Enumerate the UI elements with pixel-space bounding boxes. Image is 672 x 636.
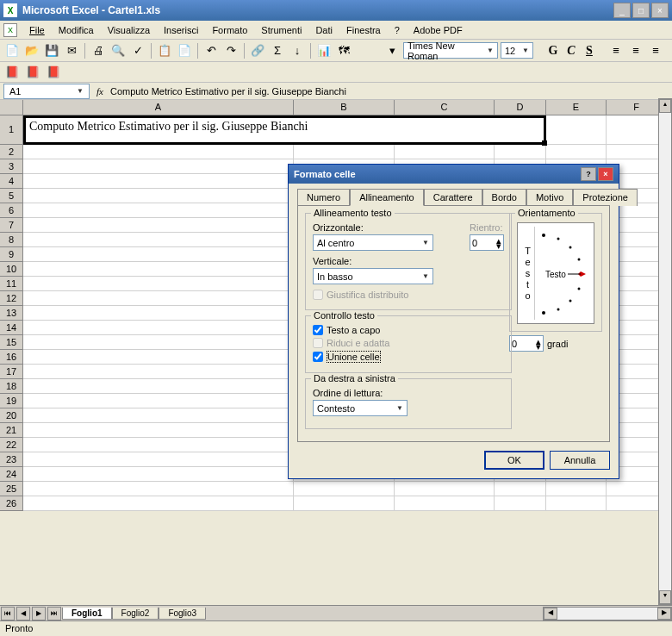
row-25[interactable]: 25 — [0, 482, 23, 496]
row-17[interactable]: 17 — [0, 365, 23, 379]
row-18[interactable]: 18 — [0, 379, 23, 394]
sort-icon[interactable]: ↓ — [289, 42, 306, 59]
tab-pattern[interactable]: Motivo — [526, 189, 573, 206]
row-21[interactable]: 21 — [0, 423, 23, 438]
preview-icon[interactable]: 🔍 — [109, 42, 127, 59]
pdf-review-icon[interactable]: 📕 — [45, 64, 62, 81]
tab-alignment[interactable]: Allineamento — [350, 189, 424, 206]
horiz-combo[interactable]: Al centro▼ — [313, 234, 433, 251]
menu-adobe[interactable]: Adobe PDF — [407, 23, 470, 37]
minimize-button[interactable]: _ — [613, 3, 631, 18]
menu-format[interactable]: Formato — [205, 23, 254, 37]
fx-icon[interactable]: fx — [96, 86, 103, 97]
degrees-spinner[interactable]: 0▴▾ — [509, 335, 544, 352]
row-1[interactable]: 1 — [0, 115, 23, 145]
scroll-right-icon[interactable]: ▶ — [657, 608, 671, 620]
mail-icon[interactable]: ✉ — [63, 42, 80, 59]
menu-insert[interactable]: Inserisci — [157, 23, 205, 37]
sheet-tab-3[interactable]: Foglio3 — [159, 608, 206, 620]
scroll-down-icon[interactable]: ▾ — [659, 590, 671, 604]
print-icon[interactable]: 🖨 — [90, 42, 107, 59]
align-left-icon[interactable]: ≡ — [607, 42, 625, 59]
cancel-button[interactable]: Annulla — [550, 451, 610, 470]
close-button[interactable]: × — [651, 3, 669, 18]
row-9[interactable]: 9 — [0, 247, 23, 262]
dialog-close-button[interactable]: × — [598, 167, 613, 181]
menu-help[interactable]: ? — [388, 23, 407, 37]
maximize-button[interactable]: □ — [632, 3, 650, 18]
merge-check[interactable]: Unione celle — [313, 351, 504, 363]
tab-last-icon[interactable]: ⏭ — [47, 607, 61, 620]
row-4[interactable]: 4 — [0, 174, 23, 189]
pdf-icon[interactable]: 📕 — [3, 64, 21, 81]
ok-button[interactable]: OK — [484, 451, 544, 470]
merged-cell-A1D1[interactable]: Computo Metrico Estimativo per il sig. G… — [23, 115, 546, 145]
row-15[interactable]: 15 — [0, 335, 23, 350]
row-11[interactable]: 11 — [0, 277, 23, 291]
col-E[interactable]: E — [546, 100, 607, 115]
scroll-up-icon[interactable]: ▴ — [659, 99, 671, 113]
scroll-left-icon[interactable]: ◀ — [544, 608, 557, 620]
menu-window[interactable]: Finestra — [339, 23, 388, 37]
menu-edit[interactable]: Modifica — [52, 23, 101, 37]
row-6[interactable]: 6 — [0, 203, 23, 218]
menu-file[interactable]: File — [22, 23, 52, 37]
menu-tools[interactable]: Strumenti — [254, 23, 308, 37]
row-12[interactable]: 12 — [0, 291, 23, 306]
row-7[interactable]: 7 — [0, 218, 23, 233]
pdf-mail-icon[interactable]: 📕 — [24, 64, 41, 81]
size-select[interactable]: 12▼ — [501, 42, 533, 59]
new-icon[interactable]: 📄 — [3, 42, 21, 59]
toolbar-options-icon[interactable]: ▾ — [383, 42, 401, 59]
redo-icon[interactable]: ↷ — [222, 42, 240, 59]
underline-button[interactable]: S — [582, 44, 597, 58]
font-select[interactable]: Times New Roman▼ — [403, 42, 498, 59]
row-23[interactable]: 23 — [0, 452, 23, 467]
wrap-check[interactable]: Testo a capo — [313, 325, 504, 335]
tab-protection[interactable]: Protezione — [573, 189, 638, 206]
vertical-scrollbar[interactable]: ▴ ▾ — [658, 98, 672, 605]
row-19[interactable]: 19 — [0, 394, 23, 408]
col-C[interactable]: C — [395, 100, 495, 115]
col-B[interactable]: B — [294, 100, 395, 115]
dialog-help-button[interactable]: ? — [581, 167, 596, 181]
col-A[interactable]: A — [23, 100, 294, 115]
reading-combo[interactable]: Contesto▼ — [313, 400, 408, 416]
chart-icon[interactable]: 📊 — [315, 42, 333, 59]
row-24[interactable]: 24 — [0, 467, 23, 482]
bold-button[interactable]: G — [545, 44, 561, 58]
horizontal-scrollbar[interactable]: ◀ ▶ — [543, 607, 672, 620]
copy-icon[interactable]: 📋 — [156, 42, 173, 59]
row-10[interactable]: 10 — [0, 262, 23, 277]
Naam=[interactable]: Testo — [535, 227, 590, 320]
tab-next-icon[interactable]: ▶ — [32, 607, 46, 620]
name-box[interactable]: A1▼ — [3, 84, 90, 99]
spell-icon[interactable]: ✓ — [129, 42, 146, 59]
open-icon[interactable]: 📂 — [23, 42, 40, 59]
orientation-control[interactable]: Testo Testo — [517, 222, 594, 324]
map-icon[interactable]: 🗺 — [335, 42, 352, 59]
tab-border[interactable]: Bordo — [482, 189, 526, 206]
row-20[interactable]: 20 — [0, 408, 23, 423]
tab-first-icon[interactable]: ⏮ — [1, 607, 15, 620]
vert-combo[interactable]: In basso▼ — [313, 268, 433, 284]
row-14[interactable]: 14 — [0, 321, 23, 335]
orient-vertical-text[interactable]: Testo — [521, 227, 535, 320]
row-5[interactable]: 5 — [0, 189, 23, 203]
row-8[interactable]: 8 — [0, 233, 23, 247]
row-2[interactable]: 2 — [0, 145, 23, 159]
link-icon[interactable]: 🔗 — [249, 42, 266, 59]
workbook-icon[interactable]: X — [3, 23, 17, 37]
row-3[interactable]: 3 — [0, 159, 23, 174]
formula-text[interactable]: Computo Metrico Estimativo per il sig. G… — [110, 86, 672, 97]
row-16[interactable]: 16 — [0, 350, 23, 365]
tab-prev-icon[interactable]: ◀ — [16, 607, 30, 620]
col-D[interactable]: D — [495, 100, 546, 115]
sheet-tab-1[interactable]: Foglio1 — [62, 608, 112, 620]
align-right-icon[interactable]: ≡ — [647, 42, 664, 59]
tab-font[interactable]: Carattere — [424, 189, 482, 206]
sum-icon[interactable]: Σ — [269, 42, 286, 59]
indent-spinner[interactable]: 0▴▾ — [470, 234, 504, 251]
menu-view[interactable]: Visualizza — [101, 23, 157, 37]
sheet-tab-2[interactable]: Foglio2 — [112, 608, 159, 620]
